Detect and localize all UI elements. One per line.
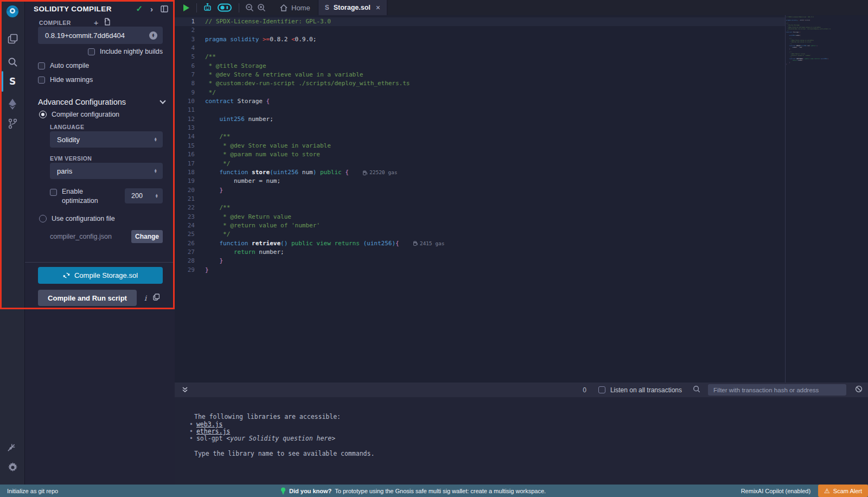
code-line-15[interactable]: 15 * @dev Store value in variable xyxy=(175,142,786,150)
scam-alert-label: Scam Alert xyxy=(833,488,862,494)
code-line-18[interactable]: 18 function store(uint256 num) public {2… xyxy=(175,168,786,177)
code-line-21[interactable]: 21 xyxy=(175,195,786,203)
pin-panel-icon[interactable] xyxy=(161,5,168,12)
transaction-count: 0 xyxy=(583,386,586,394)
code-line-8[interactable]: 8 * @custom:dev-run-script ./scripts/dep… xyxy=(175,79,786,88)
code-line-19[interactable]: 19 number = num; xyxy=(175,177,786,186)
code-line-6[interactable]: 6 * @title Storage xyxy=(175,62,786,71)
include-nightly-checkbox[interactable] xyxy=(88,48,95,55)
hide-warnings-checkbox[interactable] xyxy=(38,77,45,84)
line-number: 23 xyxy=(175,213,205,221)
deploy-run-icon[interactable] xyxy=(0,95,25,113)
chevron-down-icon xyxy=(159,98,165,104)
compile-button[interactable]: Compile Storage.sol xyxy=(38,267,163,284)
line-number: 16 xyxy=(175,150,205,159)
copilot-status[interactable]: RemixAI Copilot (enabled) xyxy=(741,488,810,494)
code-line-9[interactable]: 9 */ xyxy=(175,88,786,97)
code-text: } xyxy=(205,266,209,275)
code-text: return number; xyxy=(205,248,284,257)
git-icon[interactable] xyxy=(0,115,25,132)
code-line-26[interactable]: 26 function retrieve() public view retur… xyxy=(175,239,786,248)
collapse-panel-chevron-icon[interactable]: › xyxy=(150,4,153,14)
optimization-runs-input[interactable]: 200 ▲▼ xyxy=(125,188,163,203)
copilot-toggle[interactable] xyxy=(218,3,232,12)
clear-console-icon[interactable] xyxy=(855,385,863,395)
terminal-collapse-icon[interactable] xyxy=(182,385,188,395)
file-explorer-icon[interactable] xyxy=(0,30,25,47)
use-config-file-radio[interactable] xyxy=(39,215,47,222)
listen-transactions-checkbox[interactable] xyxy=(598,386,605,393)
code-line-24[interactable]: 24 * @return value of 'number' xyxy=(175,221,786,230)
compiler-version-select[interactable]: 0.8.19+commit.7dd6d404 ▲▼ xyxy=(38,27,163,44)
zoom-in-icon[interactable] xyxy=(257,3,266,12)
settings-gear-icon[interactable] xyxy=(0,458,25,476)
editor-minimap[interactable]: // SPDX-License-Identifier: GPL-3.0pragm… xyxy=(786,16,838,65)
code-line-10[interactable]: 10contract Storage { xyxy=(175,97,786,106)
code-text: contract Storage { xyxy=(205,97,270,106)
code-line-7[interactable]: 7 * @dev Store & retrieve value in a var… xyxy=(175,71,786,79)
code-text: // SPDX-License-Identifier: GPL-3.0 xyxy=(205,17,331,26)
auto-compile-checkbox[interactable] xyxy=(38,62,45,69)
code-line-16[interactable]: 16 * @param num value to store xyxy=(175,150,786,159)
code-line-1[interactable]: 1// SPDX-License-Identifier: GPL-3.0 xyxy=(175,17,786,26)
line-number: 5 xyxy=(175,53,205,61)
terminal-output[interactable]: The following libraries are accessible: … xyxy=(175,397,868,485)
divider xyxy=(25,262,175,263)
copy-icon[interactable] xyxy=(153,293,159,303)
language-select[interactable]: Solidity ▲▼ xyxy=(50,131,163,148)
code-line-23[interactable]: 23 * @dev Return value xyxy=(175,213,786,221)
close-tab-icon[interactable]: × xyxy=(376,3,380,12)
run-script-play-icon[interactable] xyxy=(182,4,190,12)
hide-warnings-row: Hide warnings xyxy=(38,76,93,84)
evm-version-select[interactable]: paris ▲▼ xyxy=(50,163,163,179)
remix-logo-icon[interactable] xyxy=(0,3,25,21)
plugin-manager-icon[interactable] xyxy=(0,439,25,457)
language-value: Solidity xyxy=(57,136,154,144)
info-icon[interactable]: i xyxy=(144,294,146,302)
code-line-13[interactable]: 13 xyxy=(175,124,786,132)
code-line-14[interactable]: 14 /** xyxy=(175,132,786,141)
add-compiler-icon[interactable]: + xyxy=(94,20,99,26)
scam-alert-badge[interactable]: ⚠ Scam Alert xyxy=(818,485,868,497)
ethers-link[interactable]: ethers.js xyxy=(196,428,230,435)
code-line-11[interactable]: 11 xyxy=(175,106,786,114)
code-line-29[interactable]: 29} xyxy=(175,266,786,275)
tip-text: To prototype using the Gnosis safe multi… xyxy=(335,488,546,494)
compiler-configuration-row: Compiler configuration xyxy=(39,111,119,118)
code-line-2[interactable]: 2 xyxy=(175,26,786,35)
listen-transactions-label: Listen on all transactions xyxy=(610,386,682,394)
git-init-status[interactable]: Initialize as git repo xyxy=(7,488,58,494)
line-number: 8 xyxy=(175,79,205,88)
line-number: 29 xyxy=(175,266,205,275)
code-line-17[interactable]: 17 */ xyxy=(175,160,786,168)
compile-and-run-button[interactable]: Compile and Run script xyxy=(38,290,137,306)
code-line-25[interactable]: 25 */ xyxy=(175,230,786,239)
advanced-configurations-header[interactable]: Advanced Configurations xyxy=(38,98,165,106)
web3-link[interactable]: web3.js xyxy=(196,420,222,428)
tab-storage-sol[interactable]: S Storage.sol × xyxy=(318,0,387,15)
compiler-configuration-radio[interactable] xyxy=(39,111,47,118)
remix-ide: S SOLIDITY xyxy=(0,0,868,497)
zoom-out-icon[interactable] xyxy=(245,3,254,12)
code-line-3[interactable]: 3pragma solidity >=0.8.2 <0.9.0; xyxy=(175,35,786,44)
code-editor[interactable]: 1// SPDX-License-Identifier: GPL-3.023pr… xyxy=(175,17,786,275)
code-line-5[interactable]: 5/** xyxy=(175,53,786,61)
code-line-4[interactable]: 4 xyxy=(175,44,786,53)
code-line-28[interactable]: 28 } xyxy=(175,257,786,265)
code-text: * @custom:dev-run-script ./scripts/deplo… xyxy=(205,79,410,88)
line-number: 24 xyxy=(175,221,205,230)
search-icon[interactable] xyxy=(0,53,25,71)
line-number: 6 xyxy=(175,62,205,71)
tab-home[interactable]: Home xyxy=(272,0,318,15)
terminal-search-icon[interactable] xyxy=(693,385,700,395)
code-line-20[interactable]: 20 } xyxy=(175,186,786,195)
code-line-22[interactable]: 22 /** xyxy=(175,203,786,212)
code-text: uint256 number; xyxy=(205,115,273,124)
solidity-compiler-icon[interactable]: S xyxy=(0,73,25,90)
code-line-12[interactable]: 12 uint256 number; xyxy=(175,115,786,124)
enable-optimization-checkbox[interactable] xyxy=(50,189,57,196)
copilot-robot-icon[interactable] xyxy=(203,3,212,12)
code-line-27[interactable]: 27 return number; xyxy=(175,248,786,257)
change-config-button[interactable]: Change xyxy=(131,230,163,243)
transaction-filter-input[interactable] xyxy=(708,384,846,396)
